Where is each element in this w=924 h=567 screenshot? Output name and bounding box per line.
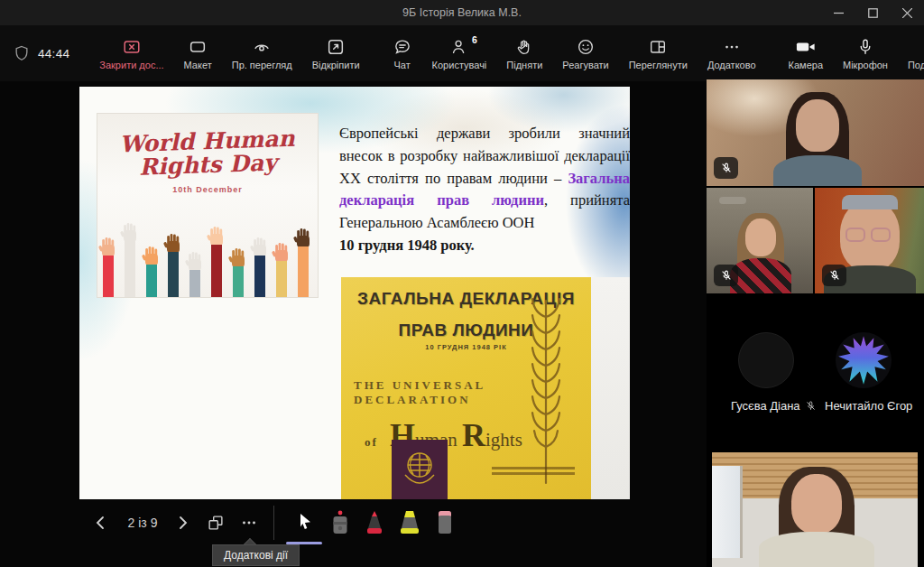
titlebar: 9Б Історія Велика М.В.: [0, 0, 924, 25]
stop-presenting-icon: [122, 36, 142, 58]
eye-icon: [252, 36, 272, 58]
minimize-icon: [834, 8, 844, 18]
more-button[interactable]: Додатково: [698, 36, 766, 70]
meeting-timer: 44:44: [38, 47, 69, 60]
maximize-icon: [868, 8, 878, 18]
unpin-button[interactable]: Відкріпити: [302, 36, 370, 70]
slide-grid-button[interactable]: [202, 507, 229, 538]
book-of-label: of: [365, 435, 378, 449]
cursor-icon: [294, 511, 316, 534]
meeting-toolbar: 44:44 Закрити дос... Макет Пр. перегляд: [0, 25, 924, 81]
ellipsis-icon: [722, 36, 742, 58]
eraser-icon: [434, 509, 456, 536]
chevron-left-icon: [94, 516, 106, 530]
cursor-tool-button[interactable]: [287, 507, 323, 538]
highlighter-tool-button[interactable]: [393, 507, 426, 538]
presenter-view-button[interactable]: Пр. перегляд: [222, 36, 302, 70]
view-button[interactable]: Переглянути: [619, 36, 698, 70]
slide-body-text: Європейські держави зробили значний внес…: [339, 123, 630, 257]
share-button[interactable]: Поділитися: [898, 36, 924, 70]
ceiling-fan: [719, 197, 746, 204]
microphone-icon: [855, 36, 875, 58]
book-cover-margin: [591, 277, 630, 499]
declaration-book-cover: ЗАГАЛЬНА ДЕКЛАРАЦІЯ ПРАВ ЛЮДИНИ 10 ГРУДН…: [341, 277, 591, 499]
video-tile-teacher[interactable]: [712, 452, 918, 567]
mic-muted-badge: [822, 265, 846, 286]
avatar-nechytailo-yehor[interactable]: [836, 332, 892, 388]
body-date-line: 10 грудня 1948 року.: [339, 235, 630, 257]
participants-icon: 6: [449, 36, 469, 58]
raise-hand-button[interactable]: Підняти: [496, 36, 552, 70]
more-actions-tooltip: Додаткові дії: [212, 544, 300, 566]
slide-position-indicator: 2 із 9: [117, 507, 168, 538]
raised-hands-illustration: [97, 210, 319, 297]
participant-headband: [842, 195, 898, 209]
close-button[interactable]: [890, 0, 924, 25]
pen-tool-button[interactable]: [359, 507, 390, 538]
pop-out-icon: [326, 36, 346, 58]
participant-body: [773, 155, 862, 186]
participants-count-badge: 6: [472, 34, 477, 45]
participant-body: [759, 532, 874, 567]
chat-icon: [393, 36, 412, 58]
band-logo-avatar-image: [836, 332, 892, 388]
eraser-tool-button[interactable]: [430, 507, 460, 538]
more-actions-button[interactable]: [235, 507, 263, 538]
previous-slide-button[interactable]: [88, 507, 112, 538]
participant-name: Гусєва Діана: [731, 399, 800, 413]
fine-print-lines: [492, 467, 575, 478]
poster-subtitle: 10th December: [97, 185, 318, 194]
video-tile-student-3[interactable]: [815, 188, 924, 293]
camera-button[interactable]: Камера: [779, 36, 833, 70]
maximize-button[interactable]: [855, 0, 890, 25]
raise-hand-icon: [514, 36, 534, 58]
un-emblem: [392, 440, 448, 499]
presenter-toolbar: 2 із 9: [0, 502, 706, 544]
video-tile-student-2[interactable]: [707, 188, 813, 293]
mic-off-icon: [720, 269, 733, 282]
avatar-husieva-diana[interactable]: [738, 332, 794, 388]
mic-muted-badge: [714, 157, 738, 179]
close-icon: [902, 8, 912, 18]
participant-name: Нечитайло Єгор: [825, 399, 912, 413]
participants-button[interactable]: 6 Користувачі: [422, 36, 497, 70]
participant-face: [791, 474, 842, 534]
stop-presenting-button[interactable]: Закрити дос...: [89, 36, 173, 70]
security-shield-icon: [13, 44, 31, 62]
more-actions-icon: [239, 513, 259, 533]
participant-name-row: Нечитайло Єгор: [825, 399, 912, 413]
microphone-button[interactable]: Мікрофон: [833, 36, 898, 70]
video-tile-student-1[interactable]: [707, 79, 924, 186]
react-button[interactable]: Реагувати: [552, 36, 618, 70]
slide-grid-icon: [206, 513, 226, 533]
human-rights-day-poster: World Human Rights Day 10th December: [97, 113, 319, 298]
camera-icon: [795, 36, 817, 58]
chevron-right-icon: [177, 516, 189, 530]
participant-face: [745, 218, 776, 256]
view-grid-icon: [648, 36, 668, 58]
participant-glasses: [845, 228, 891, 242]
wheat-branch-illustration: [526, 293, 566, 488]
layout-icon: [188, 36, 208, 58]
mic-off-icon: [720, 162, 733, 174]
highlighter-icon: [397, 509, 422, 536]
chat-button[interactable]: Чат: [383, 36, 422, 70]
room-window: [712, 466, 743, 558]
layout-button[interactable]: Макет: [174, 36, 222, 70]
mic-off-icon: [828, 269, 841, 282]
presenter-toolbar-divider: [273, 506, 274, 540]
meeting-window: 9Б Історія Велика М.В. 44:44 Закрити: [0, 0, 924, 567]
laser-pointer-tool-button[interactable]: [325, 507, 356, 538]
shared-slide[interactable]: World Human Rights Day 10th December: [79, 87, 630, 499]
next-slide-button[interactable]: [171, 507, 195, 538]
mic-off-icon: [805, 400, 817, 412]
participant-face: [796, 99, 839, 152]
minimize-button[interactable]: [821, 0, 855, 25]
smiley-icon: [576, 36, 596, 58]
poster-title: World Human Rights Day: [97, 126, 319, 181]
participant-name-row: Гусєва Діана: [731, 399, 817, 413]
participant-body: [730, 258, 791, 293]
red-pen-icon: [363, 509, 386, 536]
book-rights-label: Rights: [462, 416, 522, 454]
window-title: 9Б Історія Велика М.В.: [0, 6, 924, 19]
